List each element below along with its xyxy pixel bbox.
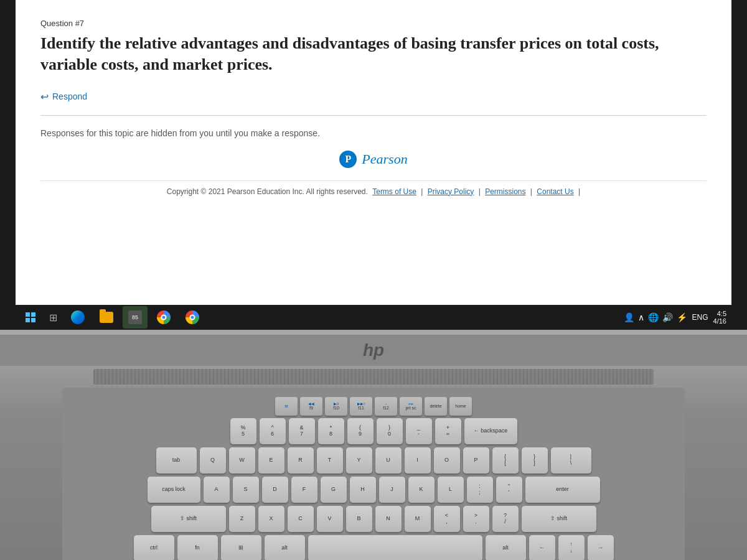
key-k[interactable]: K <box>408 477 435 503</box>
key-caps[interactable]: caps lock <box>148 477 200 503</box>
edge-app-button[interactable] <box>65 306 90 329</box>
key-quote[interactable]: "' <box>496 477 522 503</box>
key-w[interactable]: W <box>229 447 255 474</box>
key-j[interactable]: J <box>379 477 405 503</box>
key-7[interactable]: &7 <box>289 418 315 444</box>
key-z[interactable]: Z <box>229 506 255 532</box>
key-f9[interactable]: ◀◀f9 <box>300 397 322 416</box>
user-icon[interactable]: 👤 <box>624 312 634 322</box>
key-prt-sc[interactable]: insprt sc <box>400 397 422 416</box>
key-6[interactable]: ^6 <box>260 418 286 444</box>
key-x[interactable]: X <box>258 506 284 532</box>
notification-caret-icon[interactable]: ∧ <box>638 312 644 322</box>
key-5[interactable]: %5 <box>230 418 256 444</box>
contact-link[interactable]: Contact Us <box>537 187 573 196</box>
key-i[interactable]: I <box>405 447 431 474</box>
key-space[interactable] <box>308 535 482 560</box>
key-arrow-down[interactable]: ↓ <box>570 549 573 554</box>
key-alt-r[interactable]: alt <box>486 535 526 560</box>
key-bracket-r[interactable]: }] <box>522 447 548 474</box>
key-p[interactable]: P <box>463 447 489 474</box>
chrome2-icon <box>186 310 199 324</box>
pearson-p-icon: P <box>339 151 357 168</box>
badge-number: 85 <box>132 314 138 320</box>
key-8[interactable]: *8 <box>318 418 344 444</box>
key-q[interactable]: Q <box>200 447 226 474</box>
pearson-logo: P Pearson <box>40 151 707 168</box>
key-v[interactable]: V <box>317 506 343 532</box>
key-g[interactable]: G <box>321 477 347 503</box>
taskbar: ⊞ 85 <box>16 305 731 330</box>
key-f10[interactable]: ▶IIf10 <box>325 397 347 416</box>
key-m[interactable]: M <box>405 506 431 532</box>
time-display[interactable]: 4:5 4/16 <box>713 310 726 325</box>
key-f8[interactable]: f8 <box>275 397 298 416</box>
question-label: Question #7 <box>40 19 707 28</box>
key-s[interactable]: S <box>233 477 259 503</box>
key-u[interactable]: U <box>375 447 402 474</box>
respond-label: Respond <box>52 91 87 101</box>
key-win[interactable]: ⊞ <box>221 535 261 560</box>
key-t[interactable]: T <box>317 447 343 474</box>
system-tray: 👤 ∧ 🌐 🔊 ⚡ <box>624 312 687 322</box>
key-f12[interactable]: →f12 <box>375 397 397 416</box>
key-l[interactable]: L <box>438 477 464 503</box>
keyboard: f8 ◀◀f9 ▶IIf10 ▶▶If11 →f12 insprt sc del… <box>62 388 685 560</box>
key-backspace[interactable]: ← backspace <box>464 418 517 444</box>
network-icon[interactable]: 🌐 <box>648 312 659 322</box>
key-delete[interactable]: delete <box>425 397 447 416</box>
copyright-bar: Copyright © 2021 Pearson Education Inc. … <box>40 180 707 202</box>
key-a[interactable]: A <box>204 477 230 503</box>
key-minus[interactable]: _- <box>406 418 432 444</box>
key-equals[interactable]: += <box>435 418 461 444</box>
volume-icon[interactable]: 🔊 <box>662 312 673 322</box>
key-0[interactable]: )0 <box>377 418 403 444</box>
key-tab[interactable]: tab <box>156 447 197 474</box>
screen: Question #7 Identify the relative advant… <box>16 0 731 330</box>
key-semicolon[interactable]: :; <box>467 477 493 503</box>
key-home[interactable]: home <box>449 397 472 416</box>
privacy-link[interactable]: Privacy Policy <box>428 187 474 196</box>
windows-icon <box>26 312 35 322</box>
file-explorer-button[interactable] <box>94 306 119 329</box>
respond-link[interactable]: ↩ Respond <box>40 91 707 103</box>
chrome-button[interactable] <box>151 306 176 329</box>
key-slash[interactable]: ?/ <box>492 506 519 532</box>
key-arrow-right[interactable]: → <box>588 535 614 560</box>
key-d[interactable]: D <box>262 477 288 503</box>
key-enter[interactable]: enter <box>525 477 600 503</box>
key-arrows-ud[interactable]: ↑ ↓ <box>558 535 585 560</box>
key-fn[interactable]: fn <box>177 535 218 560</box>
key-f[interactable]: F <box>291 477 317 503</box>
qwerty-row: tab Q W E R T Y U I O P {[ }] |\ <box>75 447 672 474</box>
key-y[interactable]: Y <box>346 447 372 474</box>
key-r[interactable]: R <box>288 447 314 474</box>
key-shift-r[interactable]: ⇧ shift <box>522 506 596 532</box>
badged-app-button[interactable]: 85 <box>123 306 148 329</box>
key-b[interactable]: B <box>346 506 372 532</box>
question-text: Identify the relative advantages and dis… <box>40 33 707 75</box>
key-ctrl-l[interactable]: ctrl <box>134 535 174 560</box>
key-arrow-up[interactable]: ↑ <box>570 542 573 548</box>
key-9[interactable]: (9 <box>347 418 374 444</box>
key-alt-l[interactable]: alt <box>265 535 305 560</box>
chrome2-button[interactable] <box>180 306 205 329</box>
key-f11[interactable]: ▶▶If11 <box>350 397 372 416</box>
key-comma[interactable]: <, <box>434 506 460 532</box>
key-period[interactable]: >. <box>463 506 489 532</box>
terms-link[interactable]: Terms of Use <box>372 187 416 196</box>
permissions-link[interactable]: Permissions <box>485 187 525 196</box>
key-shift-l[interactable]: ⇧ shift <box>151 506 226 532</box>
key-n[interactable]: N <box>375 506 402 532</box>
search-button[interactable]: ⊞ <box>44 307 62 327</box>
start-button[interactable] <box>21 307 40 327</box>
key-o[interactable]: O <box>434 447 460 474</box>
key-arrow-left[interactable]: ← <box>529 535 555 560</box>
key-c[interactable]: C <box>288 506 314 532</box>
power-icon[interactable]: ⚡ <box>677 312 687 322</box>
language-label: ENG <box>692 313 708 322</box>
key-backslash[interactable]: |\ <box>551 447 591 474</box>
key-e[interactable]: E <box>258 447 284 474</box>
key-bracket-l[interactable]: {[ <box>492 447 519 474</box>
key-h[interactable]: H <box>350 477 376 503</box>
